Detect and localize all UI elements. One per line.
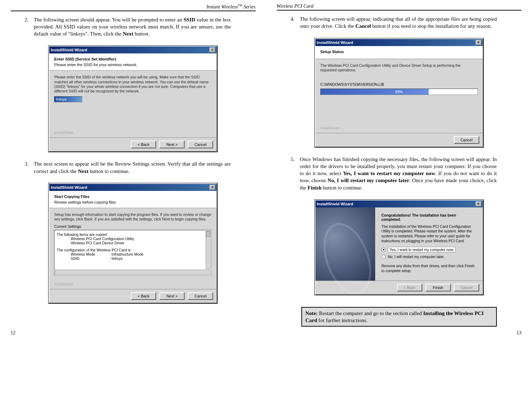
page-number-left: 12 xyxy=(11,327,256,336)
titlebar: InstallShield Wizard × xyxy=(49,184,217,191)
radio-dot-icon xyxy=(382,255,386,259)
close-icon[interactable]: × xyxy=(476,40,481,45)
wizard-body: Please enter the SSID of the wireless ne… xyxy=(49,71,217,137)
wizard-header-title: Enter SSID (Service Set Identifier) xyxy=(54,57,212,61)
step-3-num: 3. xyxy=(25,160,34,175)
step-4-text: The following screen will appear, indica… xyxy=(300,15,497,30)
wizard-header-sub: Review settings before copying files. xyxy=(54,200,212,204)
step-2-num: 2. xyxy=(25,16,34,38)
scrollbar-vertical[interactable] xyxy=(206,231,211,269)
titlebar: InstallShield Wizard × xyxy=(49,46,217,53)
progress-bar: 69% xyxy=(320,89,478,95)
list-line: SSID: linksys xyxy=(57,256,209,261)
wizard-ssid-window: InstallShield Wizard × Enter SSID (Servi… xyxy=(49,46,217,152)
cancel-button[interactable]: Cancel xyxy=(188,292,213,300)
brand-label: InstallShield xyxy=(54,131,73,135)
ssid-input[interactable]: linksys xyxy=(54,96,82,102)
header-right: Wireless PCI Card xyxy=(277,4,522,11)
step-5: 5. Once Windows has finished copying the… xyxy=(291,156,497,191)
button-row: < Back Next > Cancel xyxy=(49,137,217,151)
back-button[interactable]: < Back xyxy=(131,292,156,300)
current-settings-label: Current Settings: xyxy=(54,224,212,229)
scrollbar-horizontal[interactable] xyxy=(55,270,211,275)
wizard-progress-window: InstallShield Wizard × Setup Status The … xyxy=(315,38,483,147)
wizard-body: The Wireless PCI Card Configuration Util… xyxy=(315,59,483,133)
wizard-header: Setup Status xyxy=(315,46,483,59)
side-graphic xyxy=(315,207,375,281)
window-title: InstallShield Wizard xyxy=(51,48,87,52)
radio-restart-later[interactable]: No, I will restart my computer later. xyxy=(382,255,476,259)
page-right: Wireless PCI Card 4. The following scree… xyxy=(277,4,522,336)
list-line: Wireless Mode: Infrastructure Mode xyxy=(57,252,209,256)
close-icon[interactable]: × xyxy=(210,47,215,52)
wizard-intro: Setup has enough information to start co… xyxy=(54,212,212,222)
next-button[interactable]: Next > xyxy=(159,141,185,148)
cancel-button: Cancel xyxy=(454,284,479,291)
brand-label: InstallShield xyxy=(54,282,73,286)
step-2-text: The following screen should appear. You … xyxy=(34,16,231,38)
button-row: < Back Next > Cancel xyxy=(49,289,217,303)
titlebar: InstallShield Wizard × xyxy=(315,200,483,207)
step-5-text: Once Windows has finished copying the ne… xyxy=(300,156,497,191)
step-3: 3. The next screen to appear will be the… xyxy=(25,160,231,175)
back-button: < Back xyxy=(397,284,422,291)
radio-dot-icon xyxy=(382,248,386,252)
progress-section: C:\WINDOWS\SYSTEM\VERSION.LIB 69% xyxy=(320,82,478,95)
radio-restart-now[interactable]: Yes, I want to restart my computer now. xyxy=(382,247,476,252)
progress-label: 69% xyxy=(321,90,477,94)
wizard-header-sub: Please enter the SSID for your wireless … xyxy=(54,63,212,67)
wizard-header-title: Setup Status xyxy=(320,50,478,54)
list-line: The following items are copied: xyxy=(57,232,209,237)
back-button[interactable]: < Back xyxy=(131,141,156,148)
radio-label: Yes, I want to restart my computer now. xyxy=(388,247,456,252)
window-title: InstallShield Wizard xyxy=(317,202,353,206)
step-4: 4. The following screen will appear, ind… xyxy=(291,15,497,30)
window-title: InstallShield Wizard xyxy=(317,40,353,45)
wizard-finish-window: InstallShield Wizard × Congratulations! … xyxy=(315,200,483,295)
list-line: Wireless PCI Card Device Driver xyxy=(57,241,209,245)
note-box: Note: Restart the computer and go to the… xyxy=(301,307,497,327)
cancel-button[interactable]: Cancel xyxy=(454,136,479,144)
finish-body: Congratulations! The installation has be… xyxy=(315,207,483,281)
finish-content: Congratulations! The installation has be… xyxy=(375,207,483,281)
step-2: 2. The following screen should appear. Y… xyxy=(25,16,231,38)
wizard-header-title: Start Copying Files xyxy=(54,194,212,199)
brand-label: InstallShield xyxy=(320,126,339,130)
list-line: Wireless PCI Card Configuration Utility xyxy=(57,237,209,241)
button-row: Cancel xyxy=(315,133,483,147)
wizard-header: Start Copying Files Review settings befo… xyxy=(49,191,217,208)
window-title: InstallShield Wizard xyxy=(51,185,87,190)
header-left: Instant WirelessTM Series xyxy=(11,4,256,11)
wizard-review-window: InstallShield Wizard × Start Copying Fil… xyxy=(49,183,217,303)
header-left-text: Instant WirelessTM Series xyxy=(206,4,256,9)
close-icon[interactable]: × xyxy=(210,185,215,190)
titlebar: InstallShield Wizard × xyxy=(315,39,483,46)
step-5-num: 5. xyxy=(291,156,300,191)
close-icon[interactable]: × xyxy=(476,201,481,206)
page-left: Instant WirelessTM Series 2. The followi… xyxy=(11,4,256,336)
status-text: The Wireless PCI Card Configuration Util… xyxy=(320,63,478,72)
page-number-right: 13 xyxy=(277,327,522,336)
finish-text: The installation of the Wireless PCI Car… xyxy=(382,224,476,244)
list-line: The configuration of the Wireless PCI Ca… xyxy=(57,248,209,252)
finish-note: Remove any disks from their drives, and … xyxy=(382,264,476,273)
step-3-text: The next screen to appear will be the Re… xyxy=(34,160,231,175)
finish-button[interactable]: Finish xyxy=(425,284,451,291)
cancel-button[interactable]: Cancel xyxy=(188,141,213,148)
settings-listbox[interactable]: The following items are copied: Wireless… xyxy=(54,230,212,276)
wizard-header: Enter SSID (Service Set Identifier) Plea… xyxy=(49,53,217,71)
finish-title: Congratulations! The installation has be… xyxy=(382,213,476,222)
next-button[interactable]: Next > xyxy=(159,292,185,300)
step-4-num: 4. xyxy=(291,15,300,30)
wizard-body-text: Please enter the SSID of the wireless ne… xyxy=(54,75,212,94)
radio-label: No, I will restart my computer later. xyxy=(388,255,445,259)
install-path: C:\WINDOWS\SYSTEM\VERSION.LIB xyxy=(320,82,478,86)
wizard-body: Setup has enough information to start co… xyxy=(49,208,217,289)
